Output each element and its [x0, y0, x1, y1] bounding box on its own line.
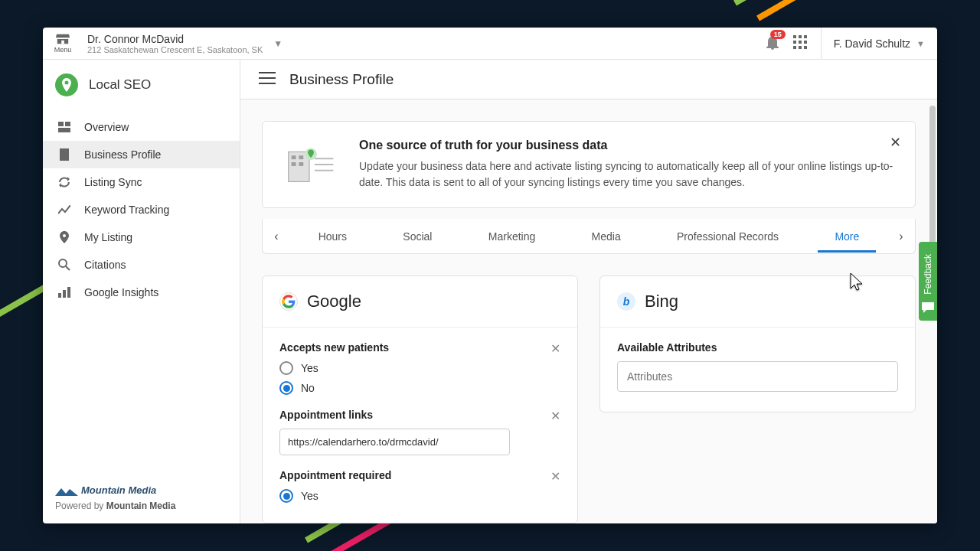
appointment-required-label: Appointment required: [279, 469, 560, 481]
radio-icon: [279, 361, 293, 375]
svg-rect-15: [58, 293, 61, 298]
sidebar-item-listing-sync[interactable]: Listing Sync: [43, 168, 240, 196]
apps-button[interactable]: [793, 35, 807, 52]
menu-button[interactable]: Menu: [43, 34, 83, 54]
svg-rect-5: [799, 41, 802, 44]
dashboard-icon: [57, 122, 72, 132]
remove-attribute-button[interactable]: ✕: [550, 409, 560, 423]
svg-rect-9: [804, 46, 807, 49]
brand-pin-icon: [55, 73, 78, 96]
available-attributes-label: Available Attributes: [617, 341, 898, 354]
chevron-down-icon: ▼: [916, 39, 925, 48]
side-nav: Overview Business Profile Listing Sync K…: [43, 110, 240, 306]
svg-line-14: [66, 266, 70, 270]
trend-icon: [57, 205, 72, 214]
sidebar-item-google-insights[interactable]: Google Insights: [43, 279, 240, 306]
svg-rect-1: [793, 35, 796, 38]
bing-title: Bing: [645, 292, 678, 311]
svg-rect-7: [793, 46, 796, 49]
remove-attribute-button[interactable]: ✕: [550, 341, 560, 356]
remove-attribute-button[interactable]: ✕: [550, 469, 560, 484]
radio-icon: [279, 381, 293, 395]
tab-hours[interactable]: Hours: [312, 221, 353, 252]
info-illustration: [281, 139, 341, 187]
svg-rect-21: [299, 155, 303, 159]
svg-rect-20: [292, 155, 296, 159]
radio-label: Yes: [301, 490, 318, 502]
tab-media[interactable]: Media: [586, 221, 627, 252]
sidebar-item-keyword-tracking[interactable]: Keyword Tracking: [43, 196, 240, 223]
hamburger-icon[interactable]: [259, 72, 276, 87]
svg-rect-23: [299, 162, 303, 166]
tab-marketing[interactable]: Marketing: [482, 221, 541, 252]
bing-icon: b: [617, 292, 635, 311]
bing-panel: b Bing Available Attributes: [599, 276, 916, 412]
sidebar-item-label: Citations: [84, 259, 126, 271]
notifications-button[interactable]: 15: [766, 34, 779, 53]
appointment-link-input[interactable]: [279, 429, 510, 455]
accepts-label: Accepts new patients: [279, 341, 560, 354]
radio-label: No: [301, 382, 315, 394]
sidebar-item-business-profile[interactable]: Business Profile: [43, 141, 240, 168]
info-card: One source of truth for your business da…: [262, 121, 916, 208]
radio-yes[interactable]: Yes: [279, 361, 560, 375]
tab-social[interactable]: Social: [397, 221, 438, 252]
app-window: Menu Dr. Connor McDavid 212 Saskatchewan…: [43, 28, 937, 523]
sidebar-item-label: My Listing: [84, 231, 132, 243]
cursor-icon: [847, 272, 865, 296]
svg-rect-11: [65, 122, 70, 126]
svg-rect-3: [804, 35, 807, 38]
tab-more[interactable]: More: [828, 221, 865, 252]
svg-rect-22: [292, 162, 296, 166]
attributes-input[interactable]: [617, 361, 898, 392]
sidebar-item-overview[interactable]: Overview: [43, 113, 240, 141]
chat-icon: [922, 302, 934, 313]
sidebar-item-label: Google Insights: [84, 286, 158, 298]
storefront-icon: [56, 34, 70, 44]
info-heading: One source of truth for your business da…: [359, 139, 897, 152]
tab-scroll-left[interactable]: ‹: [263, 230, 290, 243]
user-name: F. David Schultz: [834, 37, 910, 50]
building-icon: [57, 148, 72, 161]
sidebar: Local SEO Overview Business Profile List…: [43, 60, 240, 523]
sidebar-footer: Mountain Media Powered by Mountain Media: [43, 472, 240, 523]
google-icon: [279, 292, 298, 311]
topbar: Menu Dr. Connor McDavid 212 Saskatchewan…: [43, 28, 937, 60]
menu-label: Menu: [54, 46, 72, 54]
svg-rect-12: [58, 128, 70, 132]
svg-point-13: [59, 259, 67, 267]
mountain-media-logo: Mountain Media: [55, 484, 227, 496]
brand-title: Local SEO: [89, 77, 151, 93]
user-menu[interactable]: F. David Schultz ▼: [821, 28, 937, 59]
appointment-links-group: Appointment links ✕: [279, 409, 560, 455]
brand: Local SEO: [43, 60, 240, 110]
chart-icon: [57, 287, 72, 298]
notification-badge: 15: [770, 30, 786, 39]
business-selector[interactable]: Dr. Connor McDavid 212 Saskatchewan Cres…: [87, 33, 263, 54]
sidebar-item-my-listing[interactable]: My Listing: [43, 223, 240, 251]
sidebar-item-label: Overview: [84, 121, 129, 133]
info-close-button[interactable]: ✕: [890, 134, 901, 151]
sidebar-item-label: Listing Sync: [84, 176, 142, 188]
apps-grid-icon: [793, 35, 807, 49]
sidebar-item-citations[interactable]: Citations: [43, 251, 240, 279]
tab-scroll-right[interactable]: ›: [887, 230, 915, 243]
svg-rect-8: [799, 46, 802, 49]
svg-rect-10: [58, 122, 64, 126]
sync-icon: [57, 176, 72, 188]
powered-by: Powered by Mountain Media: [55, 500, 227, 511]
radio-yes-2[interactable]: Yes: [279, 489, 560, 503]
feedback-tab[interactable]: Feedback: [919, 242, 937, 321]
radio-icon: [279, 489, 293, 503]
search-icon: [57, 259, 72, 271]
appointment-required-group: Appointment required ✕ Yes: [279, 469, 560, 503]
sidebar-item-label: Business Profile: [84, 148, 161, 161]
svg-rect-2: [799, 35, 802, 38]
tab-professional-records[interactable]: Professional Records: [671, 221, 785, 252]
radio-no[interactable]: No: [279, 381, 560, 395]
business-caret-icon: ▼: [273, 38, 283, 49]
business-name: Dr. Connor McDavid: [87, 33, 263, 45]
svg-rect-16: [63, 290, 66, 298]
pin-icon: [57, 231, 72, 243]
page-title: Business Profile: [289, 71, 394, 88]
